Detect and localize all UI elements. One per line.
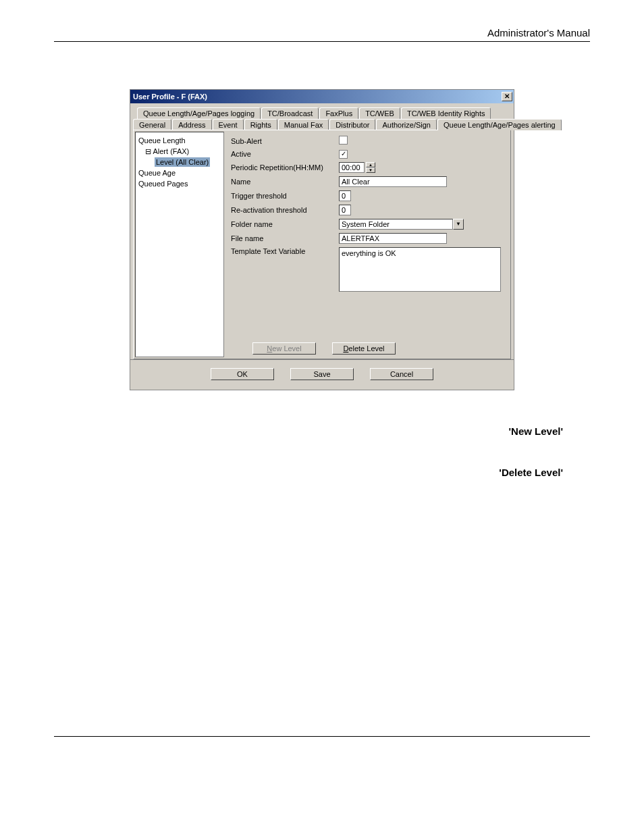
file-input[interactable] [339, 233, 447, 244]
active-label: Active [231, 150, 339, 158]
close-button[interactable]: ✕ [502, 92, 512, 101]
tree-queued-pages[interactable]: Queued Pages [138, 178, 221, 189]
react-input[interactable] [339, 205, 351, 215]
dialog-window: User Profile - F (FAX) ✕ Queue Length/Ag… [130, 89, 514, 390]
delete-level-button[interactable]: Delete Level [332, 342, 396, 355]
active-checkbox[interactable]: ✓ [339, 150, 348, 159]
folder-dropdown[interactable]: ▼ [339, 219, 464, 230]
periodic-spin-down[interactable]: ▼ [366, 167, 375, 173]
tab-content: Queue Length ⊟ Alert (FAX) Level (All Cl… [133, 130, 511, 359]
tab-rights[interactable]: Rights [244, 119, 277, 130]
subalert-checkbox[interactable] [339, 136, 348, 145]
tab-tc-broadcast[interactable]: TC/Broadcast [261, 107, 319, 119]
tree-level-allclear-label: Level (All Clear) [155, 157, 210, 167]
react-label: Re-activation threshold [231, 206, 339, 214]
folder-label: Folder name [231, 220, 339, 228]
periodic-input[interactable] [339, 162, 365, 173]
tab-row-top: Queue Length/Age/Pages logging TC/Broadc… [137, 107, 511, 119]
footer-rule [54, 736, 590, 737]
chevron-down-icon[interactable]: ▼ [453, 219, 464, 230]
tree-queue-age[interactable]: Queue Age [138, 167, 221, 178]
tab-queue-logging[interactable]: Queue Length/Age/Pages logging [137, 107, 261, 119]
tree-expand-icon[interactable]: ⊟ [145, 147, 151, 155]
tab-event[interactable]: Event [213, 119, 244, 130]
tab-queue-alerting[interactable]: Queue Length/Age/Pages alerting [437, 119, 562, 130]
tab-faxplus[interactable]: FaxPlus [319, 107, 358, 119]
periodic-label: Periodic Repetition(HH:MM) [231, 163, 339, 172]
tab-tcweb[interactable]: TC/WEB [359, 107, 400, 119]
tree-level-allclear[interactable]: Level (All Clear) [138, 157, 221, 167]
window-title: User Profile - F (FAX) [133, 93, 207, 101]
new-level-button: New Level [252, 342, 316, 355]
page-header: Administrator's Manual [54, 27, 590, 42]
new-level-text: ew Level [272, 344, 301, 353]
tree-alert-fax-label: Alert (FAX) [153, 147, 189, 155]
trigger-label: Trigger threshold [231, 192, 339, 200]
tab-authorize-sign[interactable]: Authorize/Sign [376, 119, 437, 130]
template-textarea[interactable]: everything is OK [339, 247, 501, 292]
form-panel: Sub-Alert Active ✓ Periodic Repetition(H… [224, 130, 510, 359]
doc-delete-level-bold: 'Delete Level' [499, 467, 563, 478]
tree-panel[interactable]: Queue Length ⊟ Alert (FAX) Level (All Cl… [135, 132, 224, 357]
file-label: File name [231, 234, 339, 242]
tab-address[interactable]: Address [172, 119, 211, 130]
tree-alert-fax[interactable]: ⊟ Alert (FAX) [138, 146, 221, 157]
dialog-button-row: OK Save Cancel [130, 359, 514, 390]
delete-level-text: elete Level [348, 344, 384, 353]
trigger-input[interactable] [339, 190, 351, 201]
ok-button[interactable]: OK [211, 368, 274, 380]
name-label: Name [231, 178, 339, 186]
tree-queue-length[interactable]: Queue Length [138, 135, 221, 146]
titlebar: User Profile - F (FAX) ✕ [130, 90, 514, 103]
save-button[interactable]: Save [290, 368, 354, 380]
tab-distributor[interactable]: Distributor [329, 119, 375, 130]
tab-manual-fax[interactable]: Manual Fax [278, 119, 329, 130]
subalert-label: Sub-Alert [231, 137, 339, 145]
tab-tcweb-identity[interactable]: TC/WEB Identity Rights [401, 107, 491, 119]
cancel-button[interactable]: Cancel [370, 368, 433, 380]
folder-value[interactable] [339, 219, 453, 230]
tab-row-bottom: General Address Event Rights Manual Fax … [133, 119, 511, 130]
periodic-spin-up[interactable]: ▲ [366, 162, 375, 167]
doc-title: Administrator's Manual [487, 27, 590, 38]
name-input[interactable] [339, 176, 447, 187]
tabs-area: Queue Length/Age/Pages logging TC/Broadc… [130, 103, 514, 359]
doc-new-level-bold: 'New Level' [508, 425, 563, 437]
tmpl-label: Template Text Variable [231, 247, 339, 255]
tab-general[interactable]: General [133, 119, 171, 130]
doc-body: 'New Level' 'Delete Level' [108, 424, 570, 479]
